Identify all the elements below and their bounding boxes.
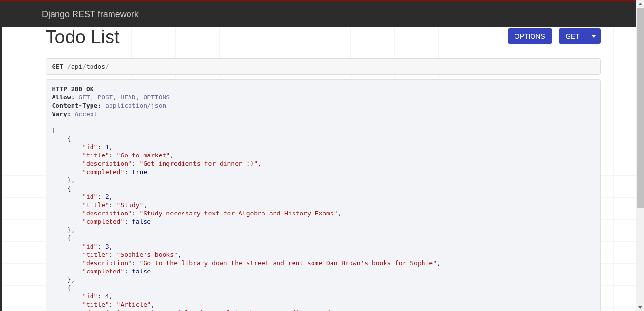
scroll-up-icon[interactable] xyxy=(636,0,644,8)
get-dropdown-toggle[interactable] xyxy=(587,28,601,44)
get-button-group: GET xyxy=(559,28,601,44)
response-header: Allow: GET, POST, HEAD, OPTIONS xyxy=(52,93,594,101)
scroll-down-icon[interactable] xyxy=(636,303,644,311)
request-line: GET /api/todos/ xyxy=(46,58,601,75)
status-line: HTTP 200 OK xyxy=(52,85,94,93)
scroll-thumb[interactable] xyxy=(637,8,644,208)
brand-link[interactable]: Django REST framework xyxy=(42,9,139,19)
navbar: Django REST framework xyxy=(0,1,644,27)
action-buttons: OPTIONS GET xyxy=(508,28,601,44)
response-body: [ { "id": 1, "title": "Go to market", "d… xyxy=(52,126,594,311)
request-method: GET xyxy=(52,63,63,70)
request-path: /api/todos/ xyxy=(67,63,109,70)
response-header: Vary: Accept xyxy=(52,110,594,118)
caret-down-icon xyxy=(592,35,596,38)
response-box: HTTP 200 OK Allow: GET, POST, HEAD, OPTI… xyxy=(46,79,601,311)
content: Todo List OPTIONS GET GET /api/todos/ HT… xyxy=(2,27,644,311)
scrollbar[interactable] xyxy=(636,0,644,311)
response-header: Content-Type: application/json xyxy=(52,101,594,110)
page-title: Todo List xyxy=(46,27,120,48)
options-button[interactable]: OPTIONS xyxy=(508,28,552,44)
get-button[interactable]: GET xyxy=(559,28,587,44)
